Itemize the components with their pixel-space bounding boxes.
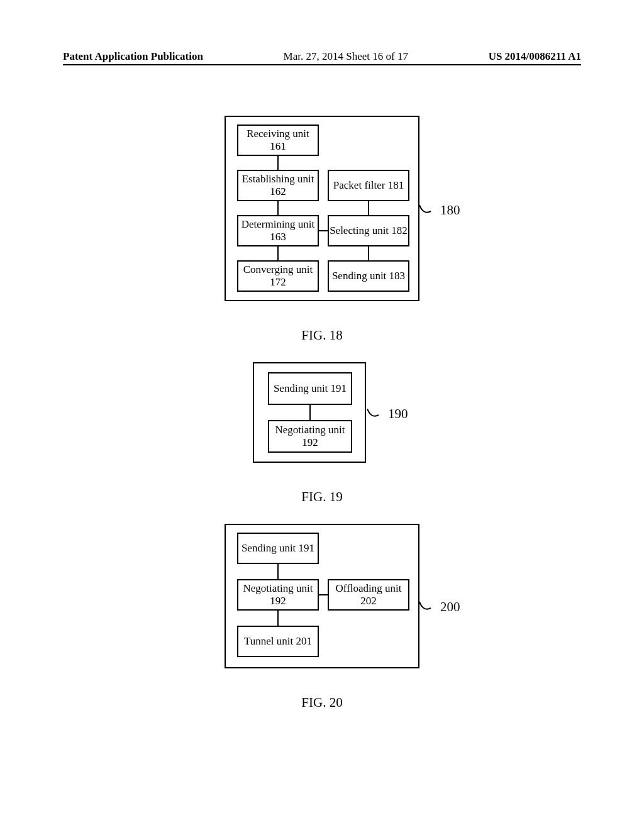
offloading-unit-label: Offloading unit 202 bbox=[329, 582, 408, 607]
selecting-unit-box: Selecting unit 182 bbox=[328, 215, 409, 246]
selecting-unit-label: Selecting unit 182 bbox=[330, 224, 408, 237]
determining-unit-label: Determining unit 163 bbox=[238, 218, 318, 243]
fig20-caption: FIG. 20 bbox=[301, 695, 342, 711]
conn-recv-est bbox=[277, 156, 279, 170]
receiving-unit-box: Receiving unit 161 bbox=[237, 124, 319, 156]
determining-unit-box: Determining unit 163 bbox=[237, 215, 319, 246]
packet-filter-label: Packet filter 181 bbox=[333, 179, 404, 192]
fig18-ref-label: 180 bbox=[440, 202, 460, 218]
fig18-leader bbox=[419, 202, 438, 218]
packet-filter-box: Packet filter 181 bbox=[328, 170, 409, 201]
figure-19: Sending unit 191 Negotiating unit 192 19… bbox=[221, 362, 423, 463]
header-publication: Patent Application Publication bbox=[63, 50, 203, 63]
figure-18: Receiving unit 161 Establishing unit 162… bbox=[190, 116, 454, 301]
conn-est-det bbox=[277, 201, 279, 215]
sending-unit-label-19: Sending unit 191 bbox=[274, 382, 347, 395]
tunnel-unit-box: Tunnel unit 201 bbox=[237, 626, 319, 657]
header-sheet-info: Mar. 27, 2014 Sheet 16 of 17 bbox=[284, 50, 408, 63]
conn-det-conv bbox=[277, 246, 279, 260]
conn-sel-send bbox=[368, 246, 369, 260]
sending-unit-box-20: Sending unit 191 bbox=[237, 533, 319, 564]
conn-neg-offload bbox=[319, 594, 328, 595]
figure-20: Sending unit 191 Negotiating unit 192 Tu… bbox=[190, 524, 454, 668]
conn-pkt-sel bbox=[368, 201, 369, 215]
sending-unit-label-20: Sending unit 191 bbox=[242, 542, 314, 555]
establishing-unit-box: Establishing unit 162 bbox=[237, 170, 319, 201]
sending-unit-box-19: Sending unit 191 bbox=[268, 372, 352, 405]
conn-send-neg-20 bbox=[277, 564, 279, 579]
fig20-leader bbox=[419, 599, 438, 614]
conn-send-neg-19 bbox=[309, 405, 311, 420]
conn-det-sel bbox=[319, 230, 328, 231]
fig18-caption: FIG. 18 bbox=[301, 328, 342, 343]
sending-unit-label-18: Sending unit 183 bbox=[332, 270, 405, 282]
receiving-unit-label: Receiving unit 161 bbox=[238, 128, 318, 152]
fig19-caption: FIG. 19 bbox=[301, 489, 342, 505]
fig18-outer-box: Receiving unit 161 Establishing unit 162… bbox=[225, 116, 419, 301]
negotiating-unit-box-20: Negotiating unit 192 bbox=[237, 579, 319, 611]
converging-unit-label: Converging unit 172 bbox=[238, 263, 318, 288]
establishing-unit-label: Establishing unit 162 bbox=[238, 173, 318, 197]
page: Patent Application Publication Mar. 27, … bbox=[0, 0, 644, 830]
fig19-leader bbox=[367, 406, 386, 421]
conn-neg-tunnel bbox=[277, 611, 279, 626]
page-header: Patent Application Publication Mar. 27, … bbox=[63, 50, 581, 65]
header-pub-number: US 2014/0086211 A1 bbox=[489, 50, 581, 63]
negotiating-unit-label-20: Negotiating unit 192 bbox=[238, 582, 318, 607]
fig20-outer-box: Sending unit 191 Negotiating unit 192 Tu… bbox=[225, 524, 419, 668]
figure-area: Receiving unit 161 Establishing unit 162… bbox=[63, 116, 581, 711]
negotiating-unit-label-19: Negotiating unit 192 bbox=[269, 424, 351, 448]
sending-unit-box-18: Sending unit 183 bbox=[328, 260, 409, 292]
fig19-ref-label: 190 bbox=[388, 406, 408, 422]
offloading-unit-box: Offloading unit 202 bbox=[328, 579, 409, 611]
negotiating-unit-box-19: Negotiating unit 192 bbox=[268, 420, 352, 453]
fig19-outer-box: Sending unit 191 Negotiating unit 192 bbox=[253, 362, 366, 463]
tunnel-unit-label: Tunnel unit 201 bbox=[244, 635, 312, 648]
converging-unit-box: Converging unit 172 bbox=[237, 260, 319, 292]
fig20-ref-label: 200 bbox=[440, 599, 460, 615]
